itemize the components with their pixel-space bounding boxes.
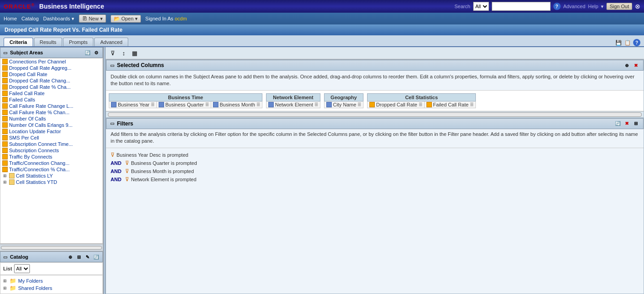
subject-areas-collapse[interactable]: ▭ [3,50,7,55]
filters-collapse[interactable]: ▭ [110,121,114,126]
reload-icon[interactable]: 🔄 [84,49,91,56]
shared-folders-expand-icon[interactable]: ⊞ [2,285,8,291]
shared-folders-item[interactable]: ⊞ 📁 Shared Folders [2,284,101,292]
filter-funnel-icon[interactable]: ⊽ [125,168,129,174]
sc-description: Double click on column names in the Subj… [106,71,644,91]
list-item[interactable]: Traffic By Connects [0,154,102,160]
catalog-list-select[interactable]: All [14,264,30,273]
sign-out-button[interactable]: Sign Out [606,3,632,10]
filter-and-label: AND [111,177,123,182]
col-menu-icon[interactable]: ☰ [315,102,318,107]
col-business-month[interactable]: Business Month ☰ [211,101,262,108]
list-item[interactable]: Traffic/Connection Chang... [0,160,102,166]
settings-icon[interactable]: ⚙ [92,49,100,56]
col-business-year[interactable]: Business Year ☰ [109,101,157,108]
list-item[interactable]: Failed Calls [0,96,102,103]
save-icon[interactable]: 💾 [615,39,622,46]
results-icon[interactable]: ▦ [130,48,139,58]
col-menu-icon[interactable]: ☰ [205,102,209,107]
col-menu-icon[interactable]: ☰ [151,102,155,107]
field-icon [2,116,8,121]
my-folders-item[interactable]: ⊞ 📁 My Folders [2,277,101,284]
catalog-collapse[interactable]: ▭ [3,255,7,260]
list-item[interactable]: Call Failure Rate % Chan... [0,109,102,116]
col-network-element[interactable]: Network Element ☰ [266,101,320,108]
help-icon[interactable]: ? [633,39,640,46]
catalog-edit-icon[interactable]: ✎ [84,253,91,260]
list-item[interactable]: Number Of Calls Erlangs 9... [0,122,102,128]
hscroll-thumb[interactable] [108,112,642,117]
sc-add-icon[interactable]: ⊕ [623,62,630,69]
expand-icon[interactable]: ⊞ [2,179,8,185]
col-menu-icon[interactable]: ☰ [358,102,361,107]
filters-remove-icon[interactable]: ✖ [623,120,630,127]
list-item[interactable]: Subscription Connect Time... [0,141,102,147]
item-label: SMS Per Cell [9,135,39,140]
col-dropped-call-rate[interactable]: Dropped Call Rate ☰ [368,101,425,108]
tab-prompts[interactable]: Prompts [63,38,93,46]
list-item[interactable]: Subscription Connects [0,147,102,154]
sc-header-icons: ⊕ ✖ [623,62,639,69]
my-folders-expand-icon[interactable]: ⊞ [2,278,8,284]
filter-funnel-icon[interactable]: ⊽ [125,176,129,183]
filter-funnel-icon[interactable]: ⊽ [125,160,129,166]
search-help-icon[interactable]: ? [553,3,561,10]
group-header-business-time: Business Time [109,93,262,101]
col-menu-icon[interactable]: ☰ [257,102,260,107]
catalog-link[interactable]: Catalog [21,16,39,21]
list-item[interactable]: Dropped Call Rate Chang... [0,77,102,84]
col-menu-icon[interactable]: ☰ [419,102,422,107]
search-input[interactable] [492,2,551,11]
list-item[interactable]: ⊞ Cell Statistics YTD [0,179,102,185]
sort-icon[interactable]: ↕ [119,48,128,58]
help-link[interactable]: Help [588,4,599,9]
col-city-name[interactable]: City Name ☰ [324,101,363,108]
subject-areas-icons: 🔄 ⚙ [84,49,100,56]
col-failed-call-rate[interactable]: Failed Call Rate ☰ [424,101,475,108]
list-item[interactable]: Connections Per Channel [0,58,102,65]
filter-icon[interactable]: ⊽ [108,48,117,58]
list-item[interactable]: Location Update Factor [0,128,102,135]
list-item[interactable]: Failed Call Rate [0,90,102,96]
field-icon [2,160,8,166]
tab-advanced[interactable]: Advanced [94,38,128,46]
hscroll-track[interactable] [1,246,102,250]
catalog-reload-icon[interactable]: 🔄 [92,253,100,260]
list-item[interactable]: Call Failure Rate Change L... [0,103,102,109]
filter-funnel-icon[interactable]: ⊽ [111,152,115,158]
folder-icon [9,173,15,178]
expand-icon[interactable]: ⊞ [2,173,8,178]
list-item[interactable]: ⊞ Cell Statistics LY [0,173,102,179]
list-item[interactable]: Number Of Calls [0,116,102,122]
nav-right: Search All ? Advanced Help▾ Sign Out ⊗ [455,2,640,11]
list-item[interactable]: Dropped Call Rate % Cha... [0,84,102,90]
list-item[interactable]: SMS Per Cell [0,135,102,141]
list-item[interactable]: Droped Call Rate [0,71,102,77]
sc-remove-icon[interactable]: ✖ [632,62,639,69]
open-button[interactable]: 📂 Open ▾ [111,15,141,23]
selected-columns-section: ▭ Selected Columns ⊕ ✖ Double click on c… [106,59,644,118]
sc-collapse[interactable]: ▭ [110,63,114,68]
subject-areas-hscrollbar[interactable] [0,244,103,251]
tab-results[interactable]: Results [34,38,63,46]
advanced-link[interactable]: Advanced [563,4,586,9]
catalog-add-icon[interactable]: ⊕ [67,253,74,260]
close-icon[interactable]: ⊗ [635,3,640,10]
catalog-connect-icon[interactable]: ⊞ [75,253,82,260]
search-scope-select[interactable]: All [473,2,489,11]
new-button[interactable]: 🖹 New ▾ [79,14,106,23]
subject-areas-header: ▭ Subject Areas 🔄 ⚙ [0,47,103,58]
tab-criteria[interactable]: Criteria [4,38,33,46]
columns-hscrollbar[interactable] [106,111,644,117]
list-item[interactable]: Dropped Call Rate Aggreg... [0,65,102,71]
filters-reload-icon[interactable]: 🔄 [614,120,621,127]
save-as-icon[interactable]: 📋 [624,39,631,46]
col-business-quarter[interactable]: Business Quarter ☰ [156,101,211,108]
list-item[interactable]: Traffic/Connection % Cha... [0,166,102,173]
field-icon [2,141,8,147]
col-menu-icon[interactable]: ☰ [470,102,474,107]
item-label: Number Of Calls [9,116,46,121]
dashboards-link[interactable]: Dashboards ▾ [43,16,74,22]
filters-expand-icon[interactable]: ⊞ [632,120,639,127]
home-link[interactable]: Home [4,16,17,21]
